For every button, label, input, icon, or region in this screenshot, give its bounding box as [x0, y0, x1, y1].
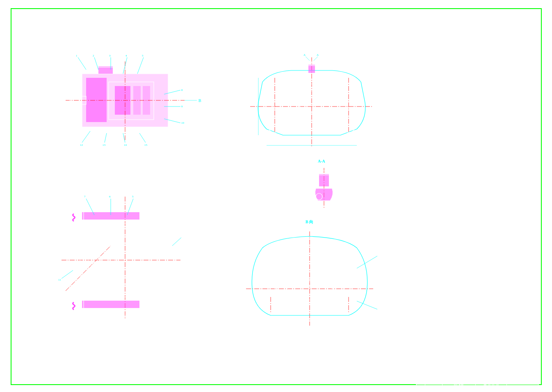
svg-text:10: 10 [181, 121, 185, 125]
bom-row: 10zdq0463-10外侧消音片14Cr14Ni14W2Mo [417, 275, 538, 280]
svg-text:8: 8 [181, 88, 183, 92]
bom-row: 13zdq0463-13防尘罩钢丝弹簧挡圈1HT250 [417, 262, 538, 266]
svg-text:5: 5 [132, 195, 134, 198]
svg-text:14: 14 [124, 143, 127, 147]
title-block: 标记处数分区 更改文件号签名年.月.日 制动钳总成 设计曹俊一 标准化 3020… [416, 339, 539, 385]
svg-line-30 [105, 133, 107, 143]
front-view-top-right: A A [238, 53, 385, 157]
svg-line-14 [94, 57, 98, 70]
svg-line-66 [66, 246, 111, 291]
section-view-top-left: 1 2 3 4 5 8 9 10 12 13 14 15 B [57, 53, 205, 153]
svg-text:3: 3 [109, 54, 111, 57]
section-label-b: B 向 [306, 219, 313, 225]
bom-row: 8zdq0463-8活塞密封圈1三元乙丙橡胶 [417, 284, 538, 289]
bom-row: 15zdq0463-15活塞1HT250 [417, 253, 538, 257]
section-label-aa: A-A [318, 159, 325, 163]
requirements-title: 技术要求 [414, 166, 506, 172]
svg-line-94 [357, 256, 377, 268]
svg-text:6: 6 [109, 195, 111, 198]
svg-text:7: 7 [84, 195, 86, 198]
svg-rect-52 [308, 65, 315, 73]
bom-row: 14zdq0463-14活塞防尘罩1三元乙丙橡胶 [417, 257, 538, 262]
bom-row: 11zdq0463-11外侧制动块总成1 [417, 271, 538, 275]
bom-row: 4zdq0463-4导向销防尘罩2三元乙丙橡胶 [417, 302, 538, 307]
svg-line-32 [123, 133, 125, 143]
bom-row: 12zdq0463-12内侧消音片14Cr14Ni14W2Mo [417, 266, 538, 271]
tech-params-table: 技术参数 缸径φ56mm 衬块面积36mm² 衬块厚度10mm 有效使用厚度9m… [461, 9, 539, 62]
svg-line-57 [314, 57, 318, 61]
svg-line-56 [306, 57, 310, 61]
bom-table: 16zdq0463-16导向片240Cr15zdq0463-15活塞1HT250… [416, 247, 539, 338]
b-direction-view [234, 227, 385, 331]
svg-text:15: 15 [144, 143, 148, 147]
tech-params-title: 技术参数 [461, 9, 538, 15]
svg-rect-69 [82, 301, 139, 308]
bom-row: 5zdq0463-5导向销240CrMo [417, 298, 538, 302]
svg-line-20 [137, 57, 144, 74]
svg-text:12: 12 [80, 143, 83, 147]
svg-text:9: 9 [181, 105, 183, 108]
technical-requirements: 技术要求 1. 此图为左制动钳总成，右制动钳总成与之对称 2. 装配时在下列部位… [390, 166, 506, 233]
svg-text:A: A [317, 53, 319, 57]
bom-row: 2zdq0463-2防尘罩1三元乙丙橡胶 [417, 311, 538, 316]
bom-row: 16zdq0463-16导向片240Cr [417, 248, 538, 253]
svg-line-34 [139, 133, 146, 143]
svg-text:5: 5 [142, 54, 144, 57]
svg-text:A: A [303, 53, 306, 57]
bom-row: 9zdq0463-9内侧制动块总成1 [417, 280, 538, 284]
svg-text:B: B [198, 98, 201, 103]
svg-text:4: 4 [125, 54, 127, 57]
bom-row: 3zdq0463-3大端螺栓2Q235 [417, 307, 538, 311]
svg-line-81 [62, 270, 73, 279]
svg-line-12 [78, 57, 86, 70]
svg-text:2: 2 [93, 54, 94, 57]
side-section-bottom-left: 7 6 5 11 [53, 193, 189, 325]
bom-row: 7zdq0463-7放气螺钉罩1三元乙丙橡胶 [417, 289, 538, 293]
svg-rect-61 [319, 174, 329, 186]
svg-rect-2 [86, 78, 107, 122]
bom-row: 6zdq0463-6放气螺钉145钢 [417, 293, 538, 298]
svg-text:11: 11 [58, 278, 61, 281]
svg-text:13: 13 [103, 143, 106, 147]
svg-line-28 [82, 131, 90, 143]
bom-row: 1zdq0463-1制动钳体1KTH370-12 [417, 316, 538, 320]
section-aa-view [299, 166, 349, 213]
svg-text:1: 1 [76, 54, 78, 57]
